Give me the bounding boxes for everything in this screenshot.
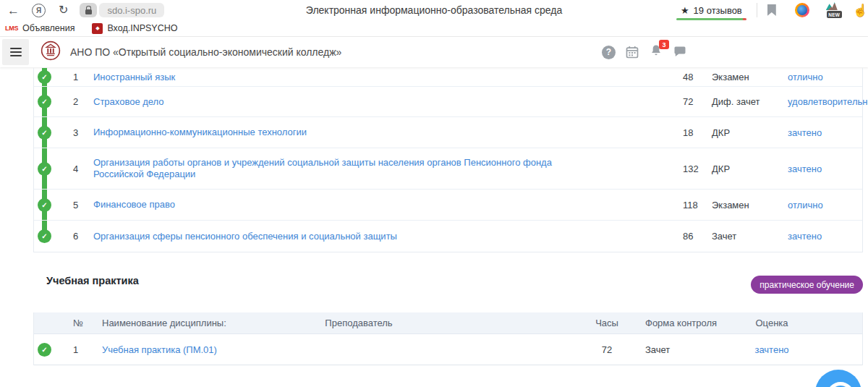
organization-name: АНО ПО «Открытый социально-экономический… — [70, 46, 341, 58]
hours-value: 72 — [683, 96, 712, 107]
practice-section-title: Учебная практика — [46, 275, 139, 286]
row-number: 4 — [73, 163, 93, 174]
control-form-value: Экзамен — [712, 72, 788, 82]
col-hours-header: Часы — [585, 318, 629, 328]
messages-icon[interactable] — [673, 45, 687, 59]
table-row: 5 Финансовое право 118 Экзамен отлично — [34, 190, 862, 221]
status-check-icon — [38, 343, 51, 357]
row-number: 6 — [73, 231, 93, 242]
hand-pointer-icon[interactable] — [853, 3, 868, 18]
discipline-link[interactable]: Информационно-коммуникационные технологи… — [93, 127, 307, 138]
bookmark-item-announcements[interactable]: LMS Объявления — [5, 23, 75, 33]
chat-widget-icon — [827, 382, 854, 387]
star-icon — [681, 5, 689, 16]
grade-link[interactable]: зачтено — [788, 231, 822, 242]
col-discipline-header: Наименование дисциплины: — [102, 318, 276, 328]
grade-link[interactable]: зачтено — [788, 127, 822, 138]
discipline-link[interactable]: Организация сферы пенсионного обеспечени… — [93, 231, 397, 242]
discipline-link[interactable]: Иностранный язык — [93, 72, 175, 83]
hours-value: 118 — [683, 200, 712, 210]
grade-link[interactable]: зачтено — [788, 163, 822, 174]
browser-toolbar: sdo.i-spo.ru Электронная информационно-о… — [0, 0, 868, 20]
col-form-header: Форма контроля — [629, 318, 718, 328]
calendar-icon[interactable] — [625, 45, 639, 59]
row-number: 1 — [73, 344, 102, 355]
discipline-link[interactable]: Организация работы органов и учреждений … — [93, 157, 603, 180]
notification-count-badge: 3 — [659, 40, 669, 49]
row-number: 3 — [73, 127, 93, 138]
inpsycho-icon — [92, 23, 103, 34]
discipline-link[interactable]: Финансовое право — [93, 199, 175, 210]
back-icon[interactable] — [7, 4, 20, 17]
lock-icon[interactable] — [80, 3, 97, 17]
college-logo-icon — [41, 41, 61, 64]
header-icons: 3 — [602, 37, 687, 67]
row-number: 2 — [73, 96, 93, 107]
notifications-bell-icon[interactable]: 3 — [649, 43, 663, 61]
grade-link[interactable]: удовлетворительно — [788, 96, 868, 107]
yandex-browser-icon[interactable] — [32, 4, 46, 17]
hours-value: 48 — [683, 72, 712, 82]
status-check-icon — [38, 229, 51, 243]
row-number: 5 — [73, 200, 93, 210]
control-form-value: ДКР — [712, 163, 788, 174]
status-check-icon — [38, 162, 51, 176]
hours-value: 132 — [683, 163, 712, 174]
grade-link[interactable]: отлично — [788, 72, 823, 82]
status-check-icon — [38, 70, 51, 84]
bookmarks-bar: LMS Объявления Вход.INPSYCHO — [0, 20, 868, 37]
bookmark-label: Объявления — [22, 23, 75, 33]
bookmark-item-inpsycho[interactable]: Вход.INPSYCHO — [92, 23, 177, 34]
col-grade-header: Оценка — [718, 318, 826, 328]
chat-widget-button[interactable] — [815, 370, 861, 387]
page-title: Электронная информационно-образовательна… — [306, 4, 562, 16]
hamburger-icon — [10, 48, 22, 56]
control-form-value: Диф. зачет — [712, 96, 788, 107]
bookmark-flag-icon[interactable] — [767, 4, 776, 16]
grade-link[interactable]: зачтено — [754, 344, 788, 355]
help-icon[interactable] — [602, 46, 616, 59]
hours-value: 86 — [683, 231, 712, 242]
toolbar-divider — [757, 3, 757, 17]
control-form-value: Экзамен — [712, 200, 788, 210]
reviews-label: 19 отзывов — [694, 5, 742, 16]
lms-icon: LMS — [5, 25, 18, 32]
extension-glyph — [826, 2, 838, 10]
status-check-icon — [38, 198, 51, 212]
bookmark-label: Вход.INPSYCHO — [107, 23, 177, 33]
row-number: 1 — [73, 72, 93, 82]
practice-table: № Наименование дисциплины: Преподаватель… — [33, 312, 863, 365]
col-number-header: № — [73, 318, 102, 328]
page: sdo.i-spo.ru Электронная информационно-о… — [0, 0, 868, 387]
practice-table-header: № Наименование дисциплины: Преподаватель… — [34, 312, 862, 334]
control-form-value: Зачет — [629, 344, 718, 355]
hours-value: 18 — [683, 127, 712, 138]
table-row: 2 Страховое дело 72 Диф. зачет удовлетво… — [34, 87, 862, 117]
table-row: 1 Учебная практика (ПМ.01) 72 Зачет зачт… — [34, 334, 862, 365]
practice-type-badge: практическое обучение — [751, 276, 863, 294]
control-form-value: ДКР — [712, 127, 788, 138]
control-form-value: Зачет — [712, 231, 788, 242]
menu-button[interactable] — [2, 39, 29, 65]
extension-icon[interactable] — [795, 3, 809, 17]
refresh-icon[interactable] — [59, 4, 68, 16]
status-check-icon — [38, 95, 51, 109]
new-badge: NEW — [827, 11, 842, 18]
grade-link[interactable]: отлично — [788, 200, 823, 210]
semester-table: 1 Иностранный язык 48 Экзамен отлично 2 … — [33, 68, 863, 252]
discipline-link[interactable]: Страховое дело — [93, 96, 164, 108]
address-bar[interactable]: sdo.i-spo.ru — [99, 3, 164, 17]
discipline-link[interactable]: Учебная практика (ПМ.01) — [102, 344, 217, 355]
table-row: 1 Иностранный язык 48 Экзамен отлично — [34, 68, 862, 87]
col-teacher-header: Преподаватель — [276, 318, 442, 328]
reviews-button[interactable]: 19 отзывов — [673, 0, 749, 20]
status-check-icon — [38, 126, 51, 140]
table-row: 4 Организация работы органов и учреждени… — [34, 148, 862, 190]
app-header: АНО ПО «Открытый социально-экономический… — [0, 37, 868, 67]
new-extension-icon[interactable]: NEW — [824, 2, 840, 18]
table-row: 3 Информационно-коммуникационные техноло… — [34, 117, 862, 148]
table-row: 6 Организация сферы пенсионного обеспече… — [34, 221, 862, 252]
toolbar-right-cluster: 19 отзывов NEW — [673, 0, 868, 20]
hours-value: 72 — [585, 344, 629, 355]
